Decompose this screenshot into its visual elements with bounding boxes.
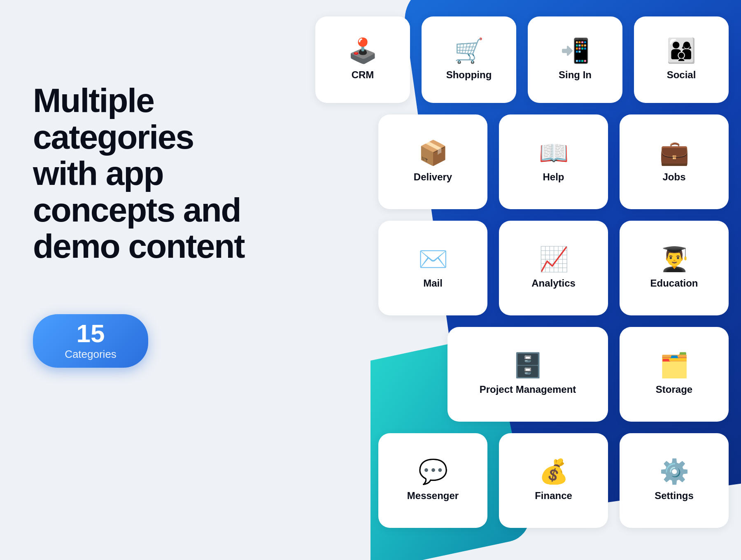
delivery-icon: 📦 [418,141,448,165]
education-label: Education [650,278,698,289]
card-project-management[interactable]: 🗄️ Project Management [447,327,608,422]
card-settings[interactable]: ⚙️ Settings [620,433,729,528]
jobs-icon: 💼 [659,141,689,165]
storage-icon: 🗂️ [659,353,689,377]
grid-row-1: 🕹️ CRM 🛒 Shopping 📲 Sing In 👨‍👩‍👦 Social [276,16,729,103]
badge-label: Categories [65,348,117,361]
card-delivery[interactable]: 📦 Delivery [378,114,487,209]
finance-label: Finance [535,490,572,502]
analytics-label: Analytics [531,278,576,289]
analytics-icon: 📈 [539,247,569,271]
messenger-label: Messenger [407,490,459,502]
card-education[interactable]: 👨‍🎓 Education [620,221,729,315]
project-management-icon: 🗄️ [513,353,543,377]
card-storage[interactable]: 🗂️ Storage [620,327,729,422]
card-finance[interactable]: 💰 Finance [499,433,608,528]
storage-label: Storage [656,384,692,395]
mail-label: Mail [423,278,443,289]
left-section: Multiple categories with app concepts an… [33,82,247,368]
grid-row-5: 💬 Messenger 💰 Finance ⚙️ Settings [276,433,729,528]
card-social[interactable]: 👨‍👩‍👦 Social [634,16,729,103]
crm-icon: 🕹️ [348,39,377,63]
grid-row-3: ✉️ Mail 📈 Analytics 👨‍🎓 Education [276,221,729,315]
shopping-label: Shopping [446,69,492,81]
card-crm[interactable]: 🕹️ CRM [315,16,410,103]
card-shopping[interactable]: 🛒 Shopping [422,16,516,103]
grid-row-4: 🗄️ Project Management 🗂️ Storage [276,327,729,422]
social-label: Social [667,69,696,81]
shopping-icon: 🛒 [454,39,484,63]
categories-badge: 15 Categories [33,314,148,368]
categories-grid: 🕹️ CRM 🛒 Shopping 📲 Sing In 👨‍👩‍👦 Social… [276,16,729,539]
badge-number: 15 [77,321,105,346]
grid-row-2: 📦 Delivery 📖 Help 💼 Jobs [276,114,729,209]
settings-label: Settings [655,490,694,502]
mail-icon: ✉️ [418,247,448,271]
project-management-label: Project Management [480,384,576,395]
social-icon: 👨‍👩‍👦 [666,39,696,63]
jobs-label: Jobs [662,171,685,183]
card-messenger[interactable]: 💬 Messenger [378,433,487,528]
card-help[interactable]: 📖 Help [499,114,608,209]
headline: Multiple categories with app concepts an… [33,82,247,265]
sign-in-label: Sing In [559,69,592,81]
settings-icon: ⚙️ [659,460,689,483]
sign-in-icon: 📲 [560,39,590,63]
delivery-label: Delivery [414,171,452,183]
card-analytics[interactable]: 📈 Analytics [499,221,608,315]
finance-icon: 💰 [539,460,569,483]
card-jobs[interactable]: 💼 Jobs [620,114,729,209]
education-icon: 👨‍🎓 [659,247,689,271]
card-sign-in[interactable]: 📲 Sing In [528,16,622,103]
crm-label: CRM [352,69,374,81]
help-icon: 📖 [539,141,569,165]
messenger-icon: 💬 [418,460,448,483]
card-mail[interactable]: ✉️ Mail [378,221,487,315]
help-label: Help [543,171,564,183]
